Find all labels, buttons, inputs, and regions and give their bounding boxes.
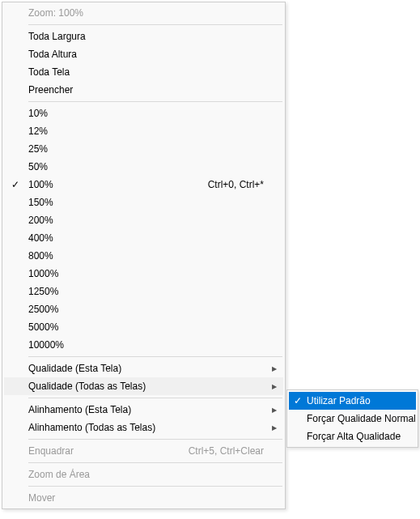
chevron-right-icon: ▶ — [269, 424, 280, 432]
fit-menu-item[interactable]: Toda Tela — [4, 63, 283, 81]
fit-menu-item[interactable]: Preencher — [4, 81, 283, 99]
zoom-level-item[interactable]: 1000% — [4, 265, 283, 283]
menu-separator — [28, 101, 282, 102]
alignment-menu-item[interactable]: Alinhamento (Todas as Telas)▶ — [4, 419, 283, 436]
zoom-level-item[interactable]: 10% — [4, 104, 283, 122]
zoom-level-item[interactable]: ✓100%Ctrl+0, Ctrl+* — [4, 176, 283, 194]
quality-menu-item[interactable]: Qualidade (Todas as Telas)▶ — [4, 377, 283, 395]
accelerator-text: Ctrl+0, Ctrl+* — [208, 179, 269, 190]
zoom-level-item-label: 800% — [27, 250, 269, 262]
alignment-menu-item[interactable]: Alinhamento (Esta Tela)▶ — [4, 401, 283, 419]
quality-submenu-item[interactable]: ✓Utilizar Padrão — [289, 392, 416, 410]
alignment-menu-item-label: Alinhamento (Esta Tela) — [27, 404, 269, 415]
menu-separator — [28, 462, 282, 463]
bottom-menu-item: Mover — [4, 489, 283, 507]
bottom-menu-item-label: Mover — [27, 492, 269, 504]
bottom-menu-item-label: Enquadrar — [27, 445, 189, 457]
accelerator-text: Ctrl+5, Ctrl+Clear — [189, 445, 269, 457]
menu-separator — [28, 356, 282, 357]
zoom-level-item-label: 25% — [27, 143, 269, 155]
zoom-level-item-label: 10000% — [27, 339, 269, 351]
zoom-level-item[interactable]: 12% — [4, 122, 283, 140]
quality-submenu: ✓Utilizar PadrãoForçar Qualidade NormalF… — [286, 389, 418, 448]
zoom-context-menu: Zoom: 100% Toda LarguraToda AlturaToda T… — [2, 2, 286, 509]
zoom-level-item-label: 50% — [27, 161, 269, 172]
bottom-menu-item: Zoom de Área — [4, 466, 283, 483]
zoom-level-item[interactable]: 150% — [4, 194, 283, 211]
zoom-level-item[interactable]: 400% — [4, 229, 283, 247]
alignment-menu-item-label: Alinhamento (Todas as Telas) — [27, 422, 269, 433]
quality-menu-item-label: Qualidade (Esta Tela) — [27, 363, 269, 374]
zoom-level-item-label: 5000% — [27, 321, 269, 333]
zoom-level-item-label: 10% — [27, 108, 269, 119]
quality-submenu-item-label: Utilizar Padrão — [307, 395, 413, 406]
zoom-header: Zoom: 100% — [4, 4, 283, 22]
quality-submenu-item[interactable]: Forçar Alta Qualidade — [289, 428, 416, 445]
fit-menu-item-label: Preencher — [27, 84, 269, 96]
zoom-level-item-label: 400% — [27, 232, 269, 244]
zoom-level-item-label: 200% — [27, 215, 269, 226]
quality-menu-item-label: Qualidade (Todas as Telas) — [27, 381, 269, 392]
fit-menu-item-label: Toda Largura — [27, 31, 269, 42]
chevron-right-icon: ▶ — [269, 406, 280, 414]
zoom-level-item[interactable]: 25% — [4, 140, 283, 158]
chevron-right-icon: ▶ — [269, 383, 280, 390]
quality-submenu-item-label: Forçar Qualidade Normal — [307, 413, 416, 424]
zoom-level-item-label: 12% — [27, 125, 269, 137]
zoom-level-item[interactable]: 50% — [4, 158, 283, 176]
chevron-right-icon: ▶ — [269, 365, 280, 372]
quality-menu-item[interactable]: Qualidade (Esta Tela)▶ — [4, 359, 283, 377]
fit-menu-item[interactable]: Toda Altura — [4, 45, 283, 63]
zoom-level-item-label: 2500% — [27, 304, 269, 315]
menu-separator — [28, 439, 282, 440]
zoom-level-item[interactable]: 2500% — [4, 300, 283, 318]
zoom-level-item-label: 1000% — [27, 268, 269, 279]
fit-menu-item-label: Toda Altura — [27, 49, 269, 60]
menu-separator — [28, 24, 282, 25]
menu-separator — [28, 486, 282, 487]
menu-separator — [28, 398, 282, 398]
bottom-menu-item-label: Zoom de Área — [27, 469, 269, 480]
zoom-level-item-label: 150% — [27, 197, 269, 208]
zoom-level-item[interactable]: 1250% — [4, 283, 283, 300]
quality-submenu-item-label: Forçar Alta Qualidade — [307, 431, 413, 442]
zoom-level-item[interactable]: 800% — [4, 247, 283, 265]
check-icon: ✓ — [4, 176, 27, 194]
fit-menu-item-label: Toda Tela — [27, 66, 269, 78]
zoom-level-item-label: 1250% — [27, 286, 269, 297]
bottom-menu-item: EnquadrarCtrl+5, Ctrl+Clear — [4, 442, 283, 460]
check-icon: ✓ — [289, 392, 307, 410]
fit-menu-item[interactable]: Toda Largura — [4, 28, 283, 45]
zoom-level-item[interactable]: 5000% — [4, 318, 283, 336]
quality-submenu-item[interactable]: Forçar Qualidade Normal — [289, 410, 416, 428]
zoom-level-item[interactable]: 200% — [4, 211, 283, 229]
zoom-header-label: Zoom: 100% — [27, 7, 269, 19]
zoom-level-item-label: 100% — [27, 179, 208, 190]
zoom-level-item[interactable]: 10000% — [4, 336, 283, 354]
